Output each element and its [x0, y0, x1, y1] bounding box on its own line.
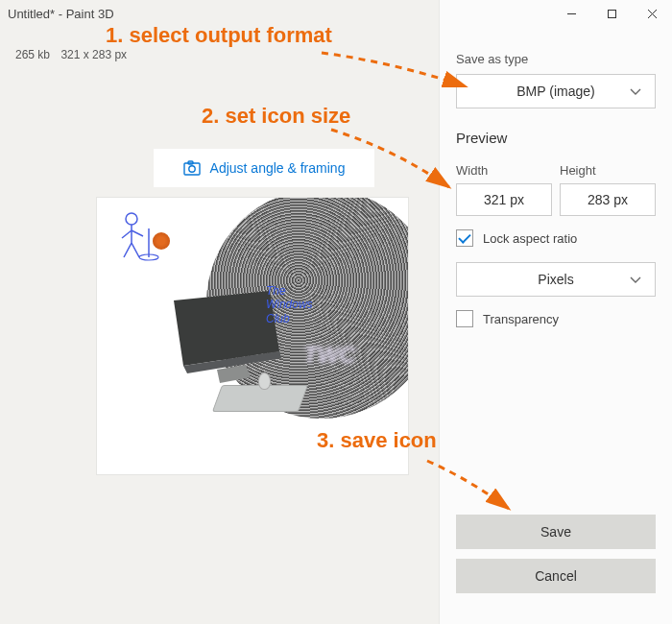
adjust-angle-label: Adjust angle & framing	[210, 160, 346, 176]
height-label: Height	[560, 163, 656, 178]
preview-label: Preview	[456, 130, 656, 146]
height-input[interactable]	[560, 183, 656, 216]
svg-rect-9	[608, 10, 615, 17]
canvas-preview: The Windows Club TWC	[96, 197, 409, 475]
maximize-button[interactable]	[591, 0, 632, 27]
adjust-angle-button[interactable]: Adjust angle & framing	[154, 149, 374, 187]
transparency-checkbox[interactable]	[456, 310, 473, 327]
width-input[interactable]	[456, 183, 552, 216]
lock-aspect-label: Lock aspect ratio	[483, 231, 577, 246]
minimize-button[interactable]	[551, 0, 591, 27]
canvas-mouse	[258, 372, 271, 390]
save-panel: Save as type BMP (image) Preview Width H…	[439, 0, 672, 624]
canvas-windows-text: The Windows Club	[266, 284, 313, 325]
camera-icon	[183, 160, 201, 176]
save-button[interactable]: Save	[456, 515, 656, 549]
canvas-keyboard	[212, 385, 308, 412]
close-button[interactable]	[632, 0, 672, 27]
transparency-label: Transparency	[483, 312, 559, 326]
file-dimensions: 321 x 283 px	[60, 48, 127, 61]
canvas-orange-dot	[153, 232, 170, 250]
lock-aspect-checkbox[interactable]	[456, 229, 473, 247]
svg-rect-0	[184, 163, 200, 175]
units-selected: Pixels	[538, 272, 573, 287]
canvas-twc-watermark: TWC	[303, 342, 356, 369]
chevron-down-icon	[630, 272, 641, 287]
format-selected: BMP (image)	[516, 84, 594, 99]
chevron-down-icon	[630, 84, 641, 99]
file-size: 265 kb	[15, 48, 50, 61]
svg-point-1	[188, 166, 194, 172]
cancel-button[interactable]: Cancel	[456, 559, 656, 593]
window-title: Untitled* - Paint 3D	[8, 7, 114, 21]
format-dropdown[interactable]: BMP (image)	[456, 74, 656, 108]
annotation-2: 2. set icon size	[202, 104, 350, 129]
width-label: Width	[456, 163, 552, 178]
save-as-type-label: Save as type	[456, 52, 656, 66]
svg-point-3	[126, 213, 137, 225]
window-controls	[551, 0, 672, 27]
file-info: 265 kb 321 x 283 px	[15, 48, 134, 61]
units-dropdown[interactable]: Pixels	[456, 262, 656, 297]
